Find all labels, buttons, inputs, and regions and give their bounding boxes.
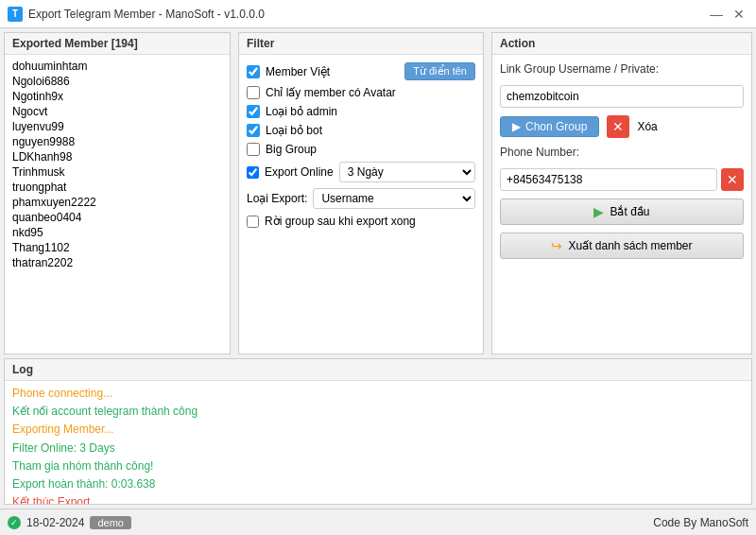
log-line: Filter Online: 3 Days: [12, 440, 744, 457]
loai-bo-bot-label[interactable]: Loại bỏ bot: [247, 124, 322, 137]
xuat-danh-sach-button[interactable]: ↪ Xuất danh sách member: [500, 233, 744, 259]
bottom-section: Log Phone connecting...Kết nối account t…: [0, 358, 756, 509]
log-line: Export hoàn thành: 0:03.638: [12, 475, 744, 493]
xoa-link-button[interactable]: ✕: [607, 115, 629, 138]
app-icon: T: [8, 7, 23, 22]
filter-content: Member Việt Từ điển tên Chỉ lấy member c…: [239, 55, 483, 235]
log-line: Kết nối account telegram thành công: [12, 403, 744, 421]
loai-export-row: Loại Export: Username User ID Phone: [247, 188, 475, 209]
list-item: quanbeo0404: [5, 210, 230, 225]
link-input-row: [500, 85, 744, 108]
log-line: Tham gia nhóm thành công!: [12, 457, 744, 475]
filter-panel: Filter Member Việt Từ điển tên Chỉ lấy m…: [238, 32, 484, 354]
roi-group-checkbox[interactable]: [247, 216, 259, 228]
log-header: Log: [5, 359, 751, 381]
list-item: nkd95: [5, 225, 230, 240]
list-item: Thang1102: [5, 240, 230, 255]
loai-export-label: Loại Export:: [247, 192, 307, 205]
minimize-button[interactable]: —: [707, 5, 726, 24]
demo-badge[interactable]: demo: [90, 516, 131, 529]
list-item: nguyen9988: [5, 134, 230, 149]
status-date: 18-02-2024: [26, 516, 84, 529]
group-btn-row: ▶ Chon Group ✕ Xóa: [500, 115, 744, 138]
big-group-label[interactable]: Big Group: [247, 143, 317, 156]
main-content: Exported Member [194] dohuuminhtamNgoloi…: [0, 28, 756, 358]
close-button[interactable]: ✕: [730, 5, 748, 24]
filter-header: Filter: [239, 33, 483, 55]
log-line: Exporting Member...: [12, 421, 744, 439]
action-content: Link Group Username / Private: ▶ Chon Gr…: [492, 55, 751, 267]
list-item: thatran2202: [5, 255, 230, 270]
loai-bo-admin-checkbox[interactable]: [247, 105, 260, 118]
log-line: Phone connecting...: [12, 385, 744, 403]
share-icon: ↪: [551, 238, 562, 253]
title-bar: T Export Telegram Member - ManoSoft - v1…: [0, 0, 756, 28]
play-icon: ▶: [593, 204, 604, 219]
chi-lay-avatar-row: Chỉ lấy member có Avatar: [247, 86, 475, 99]
member-viet-row: Member Việt Từ điển tên: [247, 62, 475, 80]
export-online-select[interactable]: 3 Ngày 7 Ngày 30 Ngày Tất cả: [339, 162, 475, 182]
list-item: LDKhanh98: [5, 149, 230, 164]
chi-lay-avatar-checkbox[interactable]: [247, 86, 260, 99]
member-list[interactable]: dohuuminhtamNgoloi6886Ngotinh9xNgocvtluy…: [5, 55, 230, 354]
bat-dau-button[interactable]: ▶ Bắt đầu: [500, 198, 744, 225]
export-online-row: Export Online 3 Ngày 7 Ngày 30 Ngày Tất …: [247, 162, 475, 182]
export-online-checkbox[interactable]: [247, 166, 259, 179]
status-left: ✓ 18-02-2024 demo: [8, 516, 131, 529]
log-panel: Log Phone connecting...Kết nối account t…: [4, 358, 752, 505]
export-online-label: Export Online: [265, 165, 334, 179]
roi-group-label[interactable]: Rời group sau khi export xong: [247, 215, 416, 228]
window-controls: — ✕: [707, 5, 748, 24]
member-viet-label[interactable]: Member Việt: [247, 65, 330, 78]
loai-bo-bot-checkbox[interactable]: [247, 124, 260, 137]
list-item: Ngocvt: [5, 104, 230, 119]
tu-dien-ten-button[interactable]: Từ điển tên: [404, 62, 475, 80]
status-icon: ✓: [8, 516, 21, 529]
big-group-checkbox[interactable]: [247, 143, 260, 156]
list-item: dohuuminhtam: [5, 59, 230, 74]
loai-bo-admin-label[interactable]: Loại bỏ admin: [247, 105, 337, 118]
action-panel: Action Link Group Username / Private: ▶ …: [491, 32, 752, 354]
cursor-icon: ▶: [512, 120, 521, 133]
list-item: luyenvu99: [5, 119, 230, 134]
list-item: Ngotinh9x: [5, 89, 230, 104]
list-item: Ngoloi6886: [5, 74, 230, 89]
loai-bo-bot-row: Loại bỏ bot: [247, 124, 475, 137]
loai-export-select[interactable]: Username User ID Phone: [313, 188, 475, 209]
action-header: Action: [492, 33, 751, 55]
exported-member-panel: Exported Member [194] dohuuminhtamNgoloi…: [4, 32, 231, 354]
phone-label: Phone Number:: [500, 146, 744, 159]
xoa-phone-button[interactable]: ✕: [721, 168, 744, 191]
log-line: Kết thúc Export: [12, 493, 744, 504]
roi-group-row: Rời group sau khi export xong: [247, 215, 475, 228]
phone-input[interactable]: [500, 168, 717, 191]
phone-input-row: ✕: [500, 168, 744, 191]
title-bar-left: T Export Telegram Member - ManoSoft - v1…: [8, 7, 265, 22]
member-viet-checkbox[interactable]: [247, 65, 260, 78]
status-bar: ✓ 18-02-2024 demo Code By ManoSoft: [0, 509, 756, 535]
chi-lay-avatar-label[interactable]: Chỉ lấy member có Avatar: [247, 86, 396, 99]
list-item: Trinhmusk: [5, 164, 230, 180]
big-group-row: Big Group: [247, 143, 475, 156]
chon-group-button[interactable]: ▶ Chon Group: [500, 116, 599, 137]
list-item: phamxuyen2222: [5, 195, 230, 210]
link-group-input[interactable]: [500, 85, 744, 108]
copyright: Code By ManoSoft: [653, 516, 748, 529]
log-content: Phone connecting...Kết nối account teleg…: [5, 381, 751, 504]
exported-member-header: Exported Member [194]: [5, 33, 230, 55]
link-group-label: Link Group Username / Private:: [500, 62, 744, 76]
app-title: Export Telegram Member - ManoSoft - v1.0…: [28, 8, 265, 21]
list-item: truongphat: [5, 180, 230, 195]
loai-bo-admin-row: Loại bỏ admin: [247, 105, 475, 118]
